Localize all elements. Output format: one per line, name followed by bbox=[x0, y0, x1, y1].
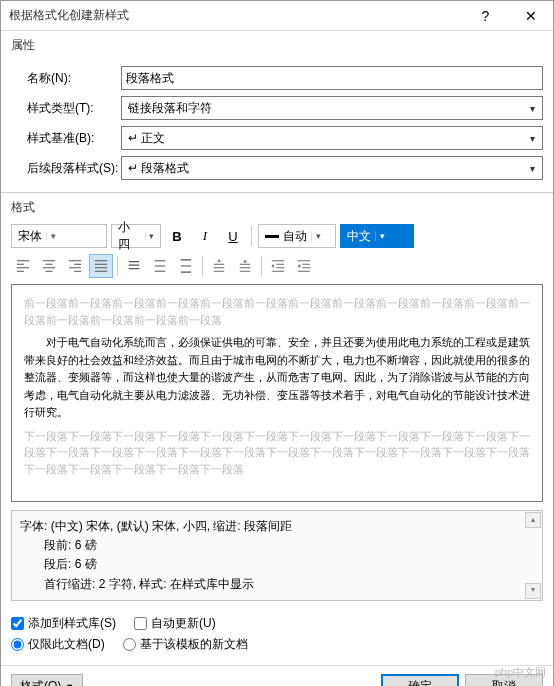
ok-button[interactable]: 确定 bbox=[381, 674, 459, 686]
next-label: 后续段落样式(S): bbox=[11, 160, 121, 177]
line-spacing-icon bbox=[153, 259, 167, 273]
section-format: 格式 bbox=[1, 193, 553, 218]
align-right-button[interactable] bbox=[63, 254, 87, 278]
auto-update-checkbox[interactable]: 自动更新(U) bbox=[134, 615, 216, 632]
align-justify-button[interactable] bbox=[89, 254, 113, 278]
indent-dec-icon bbox=[271, 259, 285, 273]
dialog-window: 根据格式化创建新样式 ? ✕ 属性 名称(N): 样式类型(T): 链接段落和字… bbox=[0, 0, 554, 686]
size-select[interactable]: 小四▾ bbox=[111, 224, 161, 248]
indent-dec-button[interactable] bbox=[266, 254, 290, 278]
align-left-button[interactable] bbox=[11, 254, 35, 278]
divider bbox=[251, 226, 252, 246]
format-menu-button[interactable]: 格式(O) ▼ bbox=[11, 674, 83, 686]
description-box: 字体: (中文) 宋体, (默认) 宋体, 小四, 缩进: 段落间距 段前: 6… bbox=[11, 510, 543, 601]
watermark: php中文网 bbox=[495, 665, 546, 680]
name-label: 名称(N): bbox=[11, 70, 121, 87]
scroll-up-icon[interactable]: ▴ bbox=[525, 512, 541, 528]
desc-line: 段后: 6 磅 bbox=[20, 555, 534, 574]
underline-button[interactable]: U bbox=[221, 224, 245, 248]
help-button[interactable]: ? bbox=[463, 1, 508, 31]
font-select[interactable]: 宋体▾ bbox=[11, 224, 107, 248]
space-before-dec-button[interactable] bbox=[233, 254, 257, 278]
align-justify-icon bbox=[94, 259, 108, 273]
indent-inc-icon bbox=[297, 259, 311, 273]
type-label: 样式类型(T): bbox=[11, 100, 121, 117]
desc-scrollbar[interactable]: ▴ ▾ bbox=[525, 512, 541, 599]
bold-button[interactable]: B bbox=[165, 224, 189, 248]
preview-after-text: 下一段落下一段落下一段落下一段落下一段落下一段落下一段落下一段落下一段落下一段落… bbox=[24, 428, 530, 478]
divider bbox=[261, 256, 262, 276]
spacing-icon bbox=[238, 259, 252, 273]
chevron-down-icon: ▾ bbox=[46, 231, 60, 241]
type-select[interactable]: 链接段落和字符 ▾ bbox=[121, 96, 543, 120]
chevron-down-icon: ▾ bbox=[311, 231, 325, 241]
italic-button[interactable]: I bbox=[193, 224, 217, 248]
close-button[interactable]: ✕ bbox=[508, 1, 553, 31]
space-before-inc-button[interactable] bbox=[207, 254, 231, 278]
desc-line: 字体: (中文) 宋体, (默认) 宋体, 小四, 缩进: 段落间距 bbox=[20, 517, 534, 536]
section-attributes: 属性 bbox=[1, 31, 553, 56]
align-right-icon bbox=[68, 259, 82, 273]
align-left-icon bbox=[16, 259, 30, 273]
line-spacing-icon bbox=[179, 259, 193, 273]
template-radio[interactable]: 基于该模板的新文档 bbox=[123, 636, 248, 653]
line-spacing-icon bbox=[127, 259, 141, 273]
divider bbox=[202, 256, 203, 276]
scroll-down-icon[interactable]: ▾ bbox=[525, 583, 541, 599]
attributes-form: 名称(N): 样式类型(T): 链接段落和字符 ▾ 样式基准(B): ↵ 正文 … bbox=[1, 56, 553, 193]
align-center-button[interactable] bbox=[37, 254, 61, 278]
preview-box: 前一段落前一段落前一段落前一段落前一段落前一段落前一段落前一段落前一段落前一段落… bbox=[11, 284, 543, 502]
chevron-down-icon: ▾ bbox=[524, 103, 540, 114]
options-area: 添加到样式库(S) 自动更新(U) 仅限此文档(D) 基于该模板的新文档 bbox=[1, 609, 553, 665]
preview-body-text: 对于电气自动化系统而言，必须保证供电的可靠、安全，并且还要为使用此电力系统的工程… bbox=[24, 334, 530, 422]
chevron-down-icon: ▼ bbox=[65, 682, 74, 686]
next-select[interactable]: ↵ 段落格式 ▾ bbox=[121, 156, 543, 180]
chevron-down-icon: ▾ bbox=[524, 133, 540, 144]
chevron-down-icon: ▾ bbox=[524, 163, 540, 174]
format-toolbar-1: 宋体▾ 小四▾ B I U 自动▾ 中文▾ bbox=[1, 218, 553, 254]
base-label: 样式基准(B): bbox=[11, 130, 121, 147]
line-spacing-15-button[interactable] bbox=[148, 254, 172, 278]
desc-line: 段前: 6 磅 bbox=[20, 536, 534, 555]
preview-before-text: 前一段落前一段落前一段落前一段落前一段落前一段落前一段落前一段落前一段落前一段落… bbox=[24, 295, 530, 328]
line-spacing-2-button[interactable] bbox=[174, 254, 198, 278]
titlebar: 根据格式化创建新样式 ? ✕ bbox=[1, 1, 553, 31]
chevron-down-icon: ▾ bbox=[145, 231, 158, 241]
chevron-down-icon: ▾ bbox=[375, 231, 389, 241]
dialog-title: 根据格式化创建新样式 bbox=[9, 7, 463, 24]
name-input[interactable] bbox=[121, 66, 543, 90]
color-select[interactable]: 自动▾ bbox=[258, 224, 336, 248]
this-doc-radio[interactable]: 仅限此文档(D) bbox=[11, 636, 105, 653]
base-select[interactable]: ↵ 正文 ▾ bbox=[121, 126, 543, 150]
footer: 格式(O) ▼ 确定 取消 bbox=[1, 665, 553, 686]
line-spacing-1-button[interactable] bbox=[122, 254, 146, 278]
color-swatch-icon bbox=[265, 235, 279, 238]
add-to-library-checkbox[interactable]: 添加到样式库(S) bbox=[11, 615, 116, 632]
desc-line: 首行缩进: 2 字符, 样式: 在样式库中显示 bbox=[20, 575, 534, 594]
language-select[interactable]: 中文▾ bbox=[340, 224, 414, 248]
align-center-icon bbox=[42, 259, 56, 273]
format-toolbar-2 bbox=[1, 254, 553, 284]
spacing-icon bbox=[212, 259, 226, 273]
divider bbox=[117, 256, 118, 276]
indent-inc-button[interactable] bbox=[292, 254, 316, 278]
